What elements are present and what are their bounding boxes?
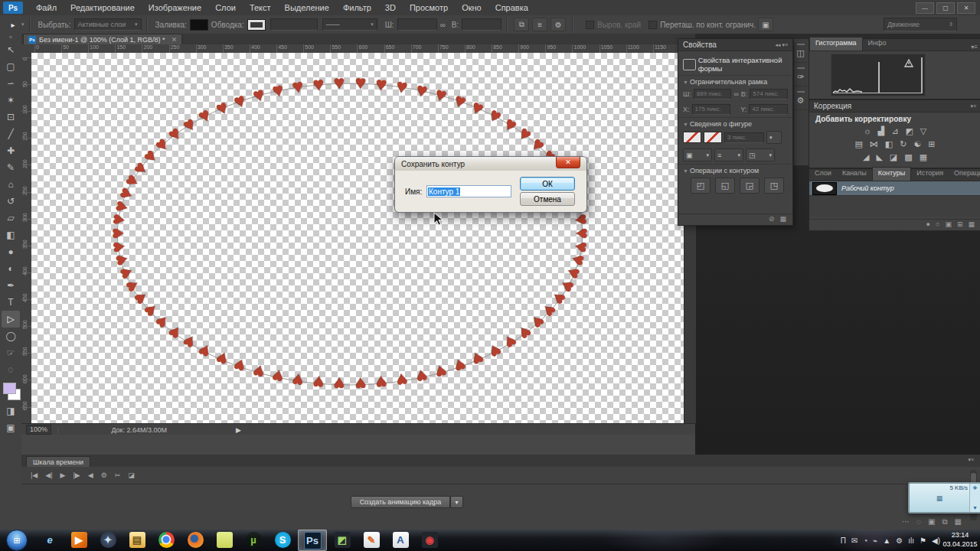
taskbar-skype[interactable]: S: [269, 530, 296, 549]
taskbar-chrome[interactable]: [152, 530, 180, 549]
menu-item-7[interactable]: 3D: [378, 0, 403, 15]
invert-icon[interactable]: ◢: [863, 152, 869, 162]
clock[interactable]: 23:14 03.04.2015: [942, 530, 978, 549]
curves-icon[interactable]: ⊿: [891, 126, 898, 136]
eraser-tool[interactable]: ▱: [2, 210, 20, 227]
convert-frame-icon[interactable]: ▣: [928, 517, 935, 527]
align-icon[interactable]: ≡: [532, 18, 547, 31]
delete-frame-icon[interactable]: ▦: [955, 517, 962, 527]
vibrance-icon[interactable]: ▽: [920, 126, 926, 136]
tab-Гистограмма[interactable]: Гистограмма: [809, 37, 863, 51]
current-tool-icon[interactable]: ▸: [6, 18, 20, 31]
x-field[interactable]: 175 пикс.: [692, 104, 731, 115]
arrange-icon[interactable]: ⚙: [550, 18, 566, 31]
tray-volume-icon[interactable]: ◀): [932, 536, 940, 545]
gadget-dropdown-icon[interactable]: ▼: [972, 505, 978, 510]
stroke-width-field[interactable]: [270, 18, 318, 31]
taskbar-explorer[interactable]: ▤: [123, 530, 151, 549]
combine-shapes-icon[interactable]: ⧉: [514, 18, 529, 31]
width-field[interactable]: [397, 18, 437, 31]
panel-toggle-icon[interactable]: ▣: [758, 18, 773, 31]
menu-item-10[interactable]: Справка: [488, 0, 535, 15]
next-frame-button[interactable]: |▶: [73, 471, 80, 479]
y-field[interactable]: 42 пикс.: [749, 104, 788, 115]
path-name-input[interactable]: Контур 1: [426, 185, 511, 197]
zoom-tool[interactable]: ◌: [2, 361, 20, 378]
shape-stroke-swatch[interactable]: [704, 132, 722, 143]
delete-icon[interactable]: ▦: [779, 215, 786, 225]
photo-filter-icon[interactable]: ↻: [900, 139, 906, 149]
posterize-icon[interactable]: ◣: [876, 152, 882, 162]
menu-item-2[interactable]: Изображение: [142, 0, 208, 15]
close-button[interactable]: ✕: [957, 2, 975, 14]
tray-show-hidden-icon[interactable]: ▲: [883, 536, 890, 545]
toolbar-collapse-icon[interactable]: »: [0, 34, 21, 41]
stroke-corners-combo[interactable]: ◳▾: [746, 148, 775, 161]
zoom-level-field[interactable]: 100%: [26, 425, 51, 435]
audio-mute-button[interactable]: ◀: [88, 471, 93, 479]
tab-Контуры[interactable]: Контуры: [872, 167, 911, 181]
create-frame-animation-button[interactable]: Создать анимацию кадра: [351, 496, 450, 508]
menu-item-5[interactable]: Выделение: [278, 0, 336, 15]
hue-saturation-icon[interactable]: ▤: [854, 139, 862, 149]
height-field[interactable]: [462, 18, 501, 31]
menu-item-0[interactable]: Файл: [29, 0, 64, 15]
path-list-item[interactable]: Рабочий контур: [809, 181, 980, 196]
document-canvas[interactable]: ♥♥♥♥♥♥♥♥♥♥♥♥♥♥♥♥♥♥♥♥♥♥♥♥♥♥♥♥♥♥♥♥♥♥♥♥♥♥♥♥…: [31, 53, 684, 423]
new-path-icon[interactable]: ⊞: [957, 220, 963, 230]
path-as-selection-icon[interactable]: ▣: [945, 220, 952, 230]
collapsed-panel-tool-presets-icon[interactable]: ⚙: [794, 86, 807, 110]
start-button[interactable]: ⊞: [6, 530, 28, 551]
marquee-tool[interactable]: ▢: [2, 58, 20, 75]
cancel-button[interactable]: Отмена: [520, 192, 575, 206]
delete-path-icon[interactable]: ▦: [968, 220, 975, 230]
color-lookup-icon[interactable]: ⊞: [928, 139, 935, 149]
pen-tool[interactable]: ✒: [2, 277, 20, 294]
tray-mail-icon[interactable]: ✉: [851, 536, 858, 545]
link-dimensions-icon[interactable]: ∞: [440, 21, 446, 29]
selective-color-icon[interactable]: ▦: [920, 152, 927, 162]
levels-icon[interactable]: ▟: [878, 126, 884, 136]
tab-История[interactable]: История: [911, 168, 949, 181]
stroke-type-dropdown[interactable]: ——▾: [322, 18, 377, 31]
channel-mixer-icon[interactable]: ☯: [913, 139, 921, 149]
select-mode-dropdown[interactable]: Активные слои▾: [74, 18, 142, 31]
gradient-map-icon[interactable]: ▩: [904, 152, 912, 162]
taskbar-photo-app[interactable]: ◉: [416, 530, 443, 549]
document-tab[interactable]: Ps Без имени-1 @ 100% (Слой 1, RGB/8) * …: [23, 34, 182, 45]
gradient-tool[interactable]: ◧: [2, 227, 20, 243]
taskbar-notes-editor[interactable]: ✎: [358, 530, 385, 549]
menu-item-1[interactable]: Редактирование: [64, 0, 142, 15]
type-tool[interactable]: T: [2, 294, 20, 311]
menu-item-3[interactable]: Слои: [208, 0, 243, 15]
exclude-paths-button[interactable]: ◳: [764, 178, 784, 194]
clone-stamp-tool[interactable]: ⌂: [2, 176, 20, 193]
panel-menu-icon[interactable]: ▾≡: [782, 42, 788, 47]
shape-stroke-width-field[interactable]: 3 пикс.: [724, 132, 764, 143]
loop-options-icon[interactable]: ⋯: [902, 517, 910, 527]
hand-tool[interactable]: ☞: [2, 344, 20, 361]
link-wh-icon[interactable]: ∞: [733, 90, 738, 98]
adjustments-menu-icon[interactable]: ▾≡: [970, 103, 976, 109]
clip-mask-icon[interactable]: ⊘: [769, 215, 775, 225]
tray-security-icon[interactable]: ⚙: [896, 536, 903, 545]
collapsed-panel-brush-icon[interactable]: ✑: [794, 63, 807, 86]
screen-mode-icon[interactable]: ▣: [2, 419, 20, 436]
dialog-close-button[interactable]: ✕: [556, 157, 580, 168]
taskbar-internet-explorer[interactable]: e: [36, 530, 64, 549]
split-clip-button[interactable]: ✂: [115, 471, 121, 479]
menu-item-9[interactable]: Окно: [455, 0, 488, 15]
transition-button[interactable]: ◪: [128, 471, 135, 479]
workspace-dropdown[interactable]: Движение⇕: [884, 18, 957, 31]
shape-fill-swatch[interactable]: [683, 132, 701, 143]
stroke-path-icon[interactable]: ○: [936, 220, 939, 230]
go-to-first-frame-button[interactable]: |◀: [31, 471, 38, 479]
dialog-title-bar[interactable]: Сохранить контур ✕: [395, 157, 586, 171]
timeline-tab[interactable]: Шкала времени: [26, 456, 90, 468]
tray-power-icon[interactable]: ⌁: [873, 536, 877, 545]
previous-frame-button[interactable]: ◀|: [45, 471, 52, 479]
black-white-icon[interactable]: ◧: [885, 139, 893, 149]
threshold-icon[interactable]: ◪: [890, 152, 897, 162]
eyedropper-tool[interactable]: ╱: [2, 126, 20, 142]
play-button[interactable]: ▶: [60, 471, 66, 479]
